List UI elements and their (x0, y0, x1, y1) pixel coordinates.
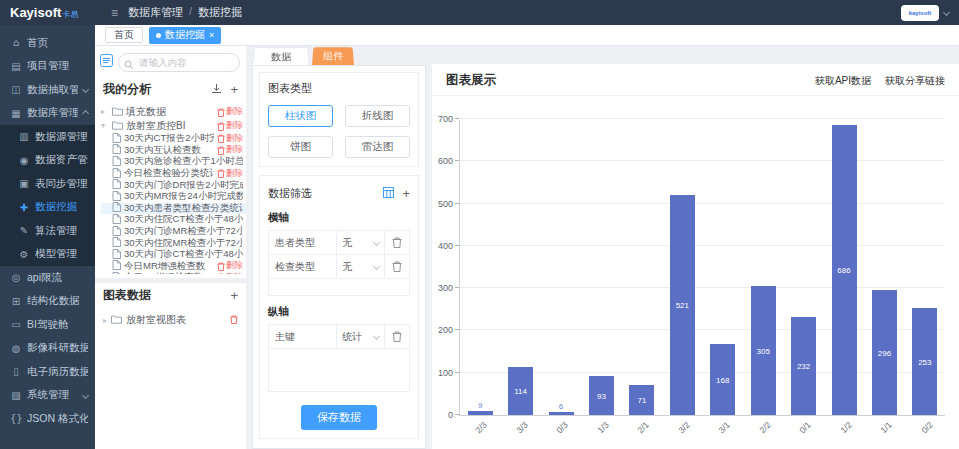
breadcrumb-item[interactable]: 数据库管理 (128, 5, 183, 20)
bar[interactable]: 93 (589, 376, 614, 415)
caret-icon[interactable]: ▸ (103, 316, 107, 325)
bar[interactable]: 6 (549, 412, 574, 415)
bar[interactable]: 168 (710, 344, 735, 415)
tree-item[interactable]: 30天内门诊CT检查小于48小时总计 (101, 249, 246, 261)
field-name-input[interactable]: 主键 (269, 325, 337, 348)
tree-item[interactable]: ▸填充数据删除 (101, 105, 246, 119)
chart-data-item[interactable]: ▸放射室视图表 (95, 308, 246, 332)
tab-home[interactable]: 首页 (105, 27, 143, 43)
download-icon[interactable] (211, 80, 222, 98)
bar[interactable]: 686 (832, 125, 857, 415)
tree-item[interactable]: 30天内MR报告24小时完成数 (101, 191, 246, 203)
chart-type-button[interactable]: 饼图 (268, 136, 333, 158)
bar[interactable]: 114 (508, 367, 533, 415)
aggregation-select[interactable]: 无 (337, 231, 385, 254)
field-name-input[interactable]: 患者类型 (269, 231, 337, 254)
x-category: 0/1 (783, 416, 824, 426)
sidebar-item-mining[interactable]: ✚数据挖掘 (0, 196, 95, 220)
tree-item[interactable]: 30天内CT报告2小时完成数删除 (101, 133, 246, 145)
document-icon (112, 179, 121, 191)
sidebar-item-label: 数据资产管理 (35, 153, 88, 167)
menu-icon[interactable]: ≡ (111, 6, 118, 20)
tree-item[interactable]: 30天内门诊MR检查小于72小时总计 (101, 226, 246, 238)
chart-type-button[interactable]: 雷达图 (345, 136, 410, 158)
sidebar-item-system[interactable]: ▨系统管理 (0, 384, 95, 408)
bar[interactable]: 296 (872, 290, 897, 415)
save-data-button[interactable]: 保存数据 (301, 405, 377, 430)
delete-row-button[interactable] (385, 325, 409, 348)
delete-link[interactable]: 删除 (217, 106, 243, 118)
sidebar-item-model[interactable]: ⚙模型管理 (0, 243, 95, 267)
search-input[interactable] (118, 53, 240, 72)
sidebar-item-database[interactable]: ▦数据库管理 (0, 102, 95, 126)
bar[interactable]: 71 (629, 385, 654, 415)
sidebar-item-imaging-db[interactable]: ◍影像科研数据库 (0, 337, 95, 361)
delete-link[interactable]: 删除 (217, 272, 243, 274)
sidebar-item-algorithm[interactable]: ✎算法管理 (0, 219, 95, 243)
bar[interactable]: 521 (670, 195, 695, 415)
sidebar-item-structured[interactable]: ⊞结构化数据 (0, 290, 95, 314)
document-icon (112, 260, 121, 272)
add-chart-data-icon[interactable]: + (230, 289, 238, 302)
avatar[interactable]: kayisoft (901, 5, 939, 21)
filter-row: 患者类型无 (269, 231, 409, 255)
bar-value-label: 71 (637, 396, 646, 405)
sidebar-item-bi[interactable]: ▭BI驾驶舱 (0, 313, 95, 337)
sidebar-item-label: 表同步管理 (35, 177, 88, 191)
tree-item[interactable]: 今日检查检验分类统计删除 (101, 168, 246, 180)
close-icon[interactable]: × (209, 31, 214, 40)
json-icon: {} (10, 413, 22, 424)
delete-link[interactable]: 删除 (217, 133, 243, 145)
delete-link[interactable]: 删除 (217, 260, 243, 272)
delete-row-button[interactable] (385, 255, 409, 278)
delete-icon[interactable] (230, 315, 238, 326)
tree-item[interactable]: 今日MR增强检查数删除 (101, 261, 246, 273)
bar[interactable]: 305 (751, 286, 776, 415)
sidebar-item-home[interactable]: ⌂首页 (0, 31, 95, 55)
sidebar-item-extraction[interactable]: ◫数据抽取管理 (0, 78, 95, 102)
tree-item[interactable]: 今天CT增强检查数删除 (101, 272, 246, 274)
chart-type-button[interactable]: 柱状图 (268, 105, 333, 127)
bar[interactable]: 232 (791, 317, 816, 415)
sidebar-item-json[interactable]: {}JSON 格式化 (0, 407, 95, 431)
bar[interactable]: 253 (912, 308, 937, 415)
bar[interactable]: 9 (468, 411, 493, 415)
tab-component[interactable]: 组件 (312, 47, 354, 65)
sidebar-item-table-sync[interactable]: ▣表同步管理 (0, 172, 95, 196)
get-share-link[interactable]: 获取分享链接 (885, 74, 945, 88)
field-name-input[interactable]: 检查类型 (269, 255, 337, 278)
folder-icon (112, 121, 123, 132)
y-tick-label: 500 (438, 199, 453, 209)
tree-item[interactable]: 30天内互认检查数删除 (101, 145, 246, 157)
tab-data[interactable]: 数据 (252, 47, 310, 65)
add-analysis-icon[interactable]: + (230, 83, 238, 96)
tree-item[interactable]: ▾放射室质控BI删除 (101, 119, 246, 133)
tree-item[interactable]: 30天内住院CT检查小于48小时总计 (101, 214, 246, 226)
chart-type-button[interactable]: 折线图 (345, 105, 410, 127)
collapse-icon[interactable] (100, 53, 113, 71)
x-category-label: 1/2 (838, 420, 853, 435)
get-api-data-link[interactable]: 获取API数据 (815, 74, 871, 88)
tree-item[interactable]: 30天内门诊DR报告2小时完成数 (101, 179, 246, 191)
tree-item[interactable]: 30天内急诊检查小于1小时总计 (101, 156, 246, 168)
delete-row-button[interactable] (385, 231, 409, 254)
add-filter-icon[interactable]: + (402, 187, 410, 200)
tree-item[interactable]: 30天内住院MR检查小于72小时总计 (101, 237, 246, 249)
chart-panel-title: 图表展示 (446, 72, 496, 89)
document-icon (112, 133, 121, 145)
sidebar-item-emr[interactable]: ▯电子病历数据质控 (0, 360, 95, 384)
x-category-label: 0/2 (919, 420, 934, 435)
caret-icon[interactable]: ▾ (101, 122, 109, 130)
delete-link[interactable]: 删除 (217, 120, 243, 132)
home-icon: ⌂ (10, 37, 22, 48)
tree-item[interactable]: 30天内患者类型检查分类统计 (101, 203, 246, 215)
aggregation-select[interactable]: 无 (337, 255, 385, 278)
aggregation-select[interactable]: 统计 (337, 325, 385, 348)
tab-data-mining[interactable]: 数据挖掘 × (149, 27, 221, 44)
sidebar-item-project[interactable]: ▤项目管理 (0, 55, 95, 79)
caret-icon[interactable]: ▸ (101, 108, 109, 116)
sidebar-item-asset[interactable]: ◉数据资产管理 (0, 149, 95, 173)
sidebar-item-api[interactable]: ◎api限流 (0, 266, 95, 290)
table-icon[interactable] (383, 184, 394, 202)
sidebar-item-datasource[interactable]: ▥数据源管理 (0, 125, 95, 149)
